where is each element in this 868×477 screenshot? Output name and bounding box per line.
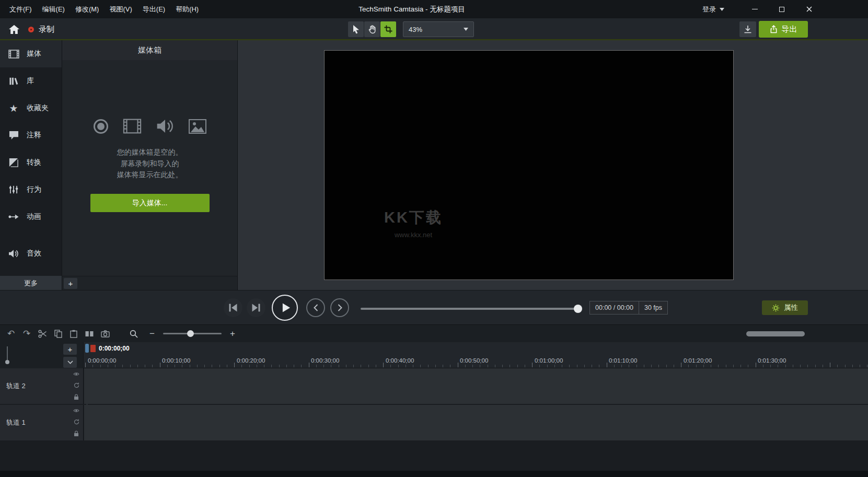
- sidebar-item-annotations[interactable]: 注释: [0, 122, 62, 149]
- sidebar-item-label: 音效: [27, 249, 41, 258]
- crop-tool-button[interactable]: [380, 21, 396, 37]
- magnifier-icon: [130, 330, 138, 338]
- scissors-icon: [38, 330, 47, 338]
- loop-icon[interactable]: [74, 382, 79, 388]
- sidebar-item-transitions[interactable]: 转换: [0, 149, 62, 176]
- sidebar-item-label: 收藏夹: [27, 103, 49, 113]
- media-bin-panel: 媒体箱 您的媒体箱是空的。 屏幕录制和导入的 媒体将显示在此处。 导入媒体...: [62, 40, 238, 290]
- ruler-tick-label: 0:00:50;00: [460, 357, 488, 364]
- next-clip-button[interactable]: [330, 298, 349, 317]
- menu-edit[interactable]: 编辑(E): [37, 2, 70, 17]
- track-header[interactable]: 轨道 1: [0, 405, 84, 440]
- track-lane[interactable]: [84, 405, 868, 440]
- cut-button[interactable]: [34, 327, 50, 341]
- main-toolbar: 录制 43% 导出: [0, 18, 868, 40]
- add-media-button[interactable]: +: [64, 278, 77, 289]
- chevron-right-icon: [338, 304, 342, 311]
- download-button[interactable]: [739, 21, 756, 37]
- cursor-icon: [352, 25, 360, 34]
- chevron-down-icon: [720, 8, 724, 11]
- snapshot-button[interactable]: [97, 327, 113, 341]
- canvas-zoom-dropdown[interactable]: 43%: [403, 21, 474, 37]
- sidebar-item-media[interactable]: 媒体: [0, 40, 62, 67]
- ruler-tick-label: 0:01:00;00: [535, 357, 563, 364]
- home-button[interactable]: [5, 21, 23, 37]
- menu-export[interactable]: 导出(E): [137, 2, 170, 17]
- previous-frame-button[interactable]: [224, 298, 242, 317]
- track-header[interactable]: 轨道 2: [0, 368, 84, 404]
- media-bin-empty-state: 您的媒体箱是空的。 屏幕录制和导入的 媒体将显示在此处。 导入媒体...: [62, 60, 237, 276]
- undo-button[interactable]: ↶: [3, 327, 19, 341]
- preview-stage[interactable]: KK下载 www.kkx.net: [324, 50, 734, 280]
- loop-icon[interactable]: [74, 419, 79, 425]
- import-media-button[interactable]: 导入媒体...: [90, 194, 210, 212]
- timeline-zoom-thumb[interactable]: [187, 330, 194, 337]
- track-row: 轨道 1: [0, 405, 868, 440]
- menu-help[interactable]: 帮助(H): [170, 2, 204, 17]
- zoom-in-button[interactable]: +: [228, 329, 237, 339]
- timeline-scrollbar-thumb[interactable]: [746, 331, 805, 336]
- playhead[interactable]: 0:00:00;00: [85, 344, 130, 353]
- record-button[interactable]: 录制: [28, 21, 54, 37]
- playhead-handle-icon[interactable]: [85, 344, 89, 353]
- paste-button[interactable]: [66, 327, 82, 341]
- track-lane[interactable]: [84, 368, 868, 404]
- sidebar-more-button[interactable]: 更多: [0, 276, 62, 290]
- pan-tool-button[interactable]: [364, 21, 380, 37]
- play-button[interactable]: [272, 295, 298, 321]
- close-button[interactable]: [795, 0, 823, 18]
- lock-icon[interactable]: [74, 431, 79, 437]
- watermark-url: www.kkx.net: [377, 231, 450, 239]
- split-button[interactable]: [82, 327, 97, 341]
- timeline-area: + 0:00:00;00 0:00:00;00 0:00:10;00 0:00:…: [0, 342, 868, 477]
- timeline-corner: +: [0, 342, 84, 368]
- minimize-icon: [752, 9, 758, 9]
- eye-icon[interactable]: [73, 409, 79, 413]
- sign-in-button[interactable]: 登录: [702, 5, 724, 14]
- previous-clip-button[interactable]: [306, 298, 325, 317]
- playhead-marker-icon[interactable]: [90, 345, 96, 352]
- track-label: 轨道 1: [6, 418, 26, 427]
- properties-button[interactable]: 属性: [762, 300, 808, 315]
- redo-button[interactable]: ↷: [19, 327, 34, 341]
- star-icon: ★: [7, 103, 20, 113]
- sidebar-item-label: 行为: [27, 185, 41, 194]
- timeline-ruler[interactable]: 0:00:00;00 0:00:00;00 0:00:10;00 0:00:20…: [84, 342, 868, 368]
- close-icon: [806, 6, 812, 12]
- zoom-out-button[interactable]: −: [147, 329, 157, 339]
- menu-items: 文件(F) 编辑(E) 修改(M) 视图(V) 导出(E) 帮助(H): [4, 0, 204, 18]
- seek-slider[interactable]: [361, 308, 580, 310]
- sidebar-item-animations[interactable]: 动画: [0, 203, 62, 230]
- menu-modify[interactable]: 修改(M): [70, 2, 105, 17]
- sidebar-item-behaviors[interactable]: 行为: [0, 176, 62, 203]
- menu-file[interactable]: 文件(F): [4, 2, 37, 17]
- menu-view[interactable]: 视图(V): [104, 2, 137, 17]
- canvas-area[interactable]: KK下载 www.kkx.net: [238, 40, 868, 290]
- copy-button[interactable]: [50, 327, 66, 341]
- minimize-button[interactable]: [741, 0, 768, 18]
- timeline-zoom-slider[interactable]: [163, 333, 222, 334]
- sidebar-item-favorites[interactable]: ★ 收藏夹: [0, 95, 62, 122]
- collapse-tracks-button[interactable]: [63, 357, 77, 368]
- next-frame-button[interactable]: [247, 298, 265, 317]
- gear-icon: [772, 304, 780, 312]
- maximize-button[interactable]: [768, 0, 795, 18]
- crop-icon: [384, 25, 392, 33]
- eye-icon[interactable]: [73, 372, 79, 376]
- track-height-slider[interactable]: [5, 346, 10, 364]
- sidebar-item-audio-effects[interactable]: 音效: [0, 240, 62, 267]
- ruler-tick-label: 0:00:30;00: [311, 357, 339, 364]
- watermark-title: KK下载: [377, 207, 450, 228]
- menu-bar: 文件(F) 编辑(E) 修改(M) 视图(V) 导出(E) 帮助(H) Tech…: [0, 0, 868, 18]
- play-icon: [282, 303, 291, 313]
- export-button[interactable]: 导出: [759, 21, 808, 38]
- add-track-button[interactable]: +: [63, 344, 77, 355]
- lock-icon[interactable]: [74, 394, 79, 400]
- fps-display: 30 fps: [639, 301, 667, 314]
- cursor-tool-button[interactable]: [348, 21, 364, 37]
- seek-slider-thumb[interactable]: [574, 305, 582, 313]
- watermark: KK下载 www.kkx.net: [377, 207, 450, 239]
- sidebar-item-library[interactable]: 库: [0, 67, 62, 95]
- track-label: 轨道 2: [6, 381, 26, 391]
- main-area: 媒体 库 ★ 收藏夹 注释 转换: [0, 40, 868, 290]
